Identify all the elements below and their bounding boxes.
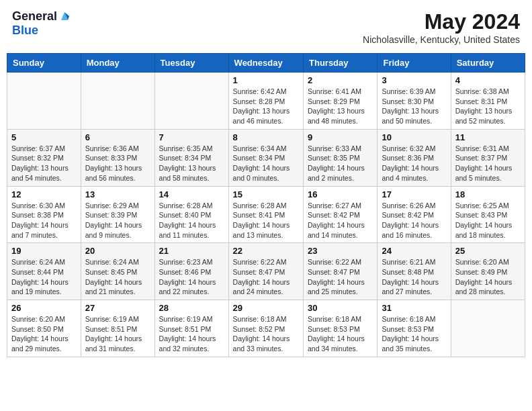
calendar-week-row: 1Sunrise: 6:42 AM Sunset: 8:28 PM Daylig… <box>7 73 525 130</box>
calendar-cell: 30Sunrise: 6:18 AM Sunset: 8:53 PM Dayli… <box>304 300 378 357</box>
calendar-cell: 9Sunrise: 6:33 AM Sunset: 8:35 PM Daylig… <box>304 129 378 186</box>
logo: General Blue <box>12 9 71 37</box>
calendar-cell: 23Sunrise: 6:22 AM Sunset: 8:47 PM Dayli… <box>304 243 378 300</box>
day-number: 17 <box>382 189 446 199</box>
calendar-cell <box>154 73 228 130</box>
calendar-cell: 15Sunrise: 6:28 AM Sunset: 8:41 PM Dayli… <box>228 186 303 243</box>
day-number: 10 <box>382 132 446 142</box>
day-number: 7 <box>159 132 224 142</box>
column-header-sunday: Sunday <box>7 54 81 73</box>
day-info: Sunrise: 6:39 AM Sunset: 8:30 PM Dayligh… <box>382 87 446 126</box>
day-number: 30 <box>308 303 373 313</box>
day-number: 6 <box>85 132 150 142</box>
day-number: 27 <box>85 303 150 313</box>
day-number: 21 <box>159 246 224 256</box>
calendar-cell: 17Sunrise: 6:26 AM Sunset: 8:42 PM Dayli… <box>378 186 451 243</box>
calendar-cell: 6Sunrise: 6:36 AM Sunset: 8:33 PM Daylig… <box>81 129 154 186</box>
day-info: Sunrise: 6:31 AM Sunset: 8:37 PM Dayligh… <box>455 144 521 183</box>
day-info: Sunrise: 6:19 AM Sunset: 8:51 PM Dayligh… <box>85 314 150 354</box>
calendar-week-row: 12Sunrise: 6:30 AM Sunset: 8:38 PM Dayli… <box>7 186 525 243</box>
day-number: 24 <box>382 246 446 256</box>
calendar-cell: 19Sunrise: 6:24 AM Sunset: 8:44 PM Dayli… <box>7 243 81 300</box>
day-number: 16 <box>308 189 373 199</box>
day-number: 14 <box>159 189 224 199</box>
day-number: 20 <box>85 246 150 256</box>
day-number: 12 <box>11 189 77 199</box>
calendar-cell: 21Sunrise: 6:23 AM Sunset: 8:46 PM Dayli… <box>154 243 228 300</box>
calendar-cell: 1Sunrise: 6:42 AM Sunset: 8:28 PM Daylig… <box>228 73 303 130</box>
title-section: May 2024 Nicholasville, Kentucky, United… <box>363 9 520 45</box>
calendar-cell: 26Sunrise: 6:20 AM Sunset: 8:50 PM Dayli… <box>7 300 81 357</box>
calendar-cell <box>7 73 81 130</box>
day-info: Sunrise: 6:27 AM Sunset: 8:42 PM Dayligh… <box>308 201 373 240</box>
calendar-cell: 3Sunrise: 6:39 AM Sunset: 8:30 PM Daylig… <box>378 73 451 130</box>
column-header-saturday: Saturday <box>451 54 525 73</box>
day-info: Sunrise: 6:41 AM Sunset: 8:29 PM Dayligh… <box>308 87 373 126</box>
calendar-cell: 14Sunrise: 6:28 AM Sunset: 8:40 PM Dayli… <box>154 186 228 243</box>
day-info: Sunrise: 6:28 AM Sunset: 8:41 PM Dayligh… <box>233 201 299 240</box>
day-info: Sunrise: 6:18 AM Sunset: 8:53 PM Dayligh… <box>308 314 373 354</box>
day-number: 11 <box>455 132 521 142</box>
day-number: 2 <box>308 75 373 85</box>
day-number: 5 <box>11 132 77 142</box>
day-number: 15 <box>233 189 299 199</box>
day-info: Sunrise: 6:26 AM Sunset: 8:42 PM Dayligh… <box>382 201 446 240</box>
calendar-cell <box>451 300 525 357</box>
day-number: 3 <box>382 75 446 85</box>
calendar-cell: 27Sunrise: 6:19 AM Sunset: 8:51 PM Dayli… <box>81 300 154 357</box>
calendar-week-row: 19Sunrise: 6:24 AM Sunset: 8:44 PM Dayli… <box>7 243 525 300</box>
day-info: Sunrise: 6:18 AM Sunset: 8:53 PM Dayligh… <box>382 314 446 354</box>
day-number: 19 <box>11 246 77 256</box>
calendar-cell: 2Sunrise: 6:41 AM Sunset: 8:29 PM Daylig… <box>304 73 378 130</box>
column-header-monday: Monday <box>81 54 154 73</box>
calendar-cell: 5Sunrise: 6:37 AM Sunset: 8:32 PM Daylig… <box>7 129 81 186</box>
day-info: Sunrise: 6:30 AM Sunset: 8:38 PM Dayligh… <box>11 201 77 240</box>
calendar-cell: 8Sunrise: 6:34 AM Sunset: 8:34 PM Daylig… <box>228 129 303 186</box>
calendar-cell: 28Sunrise: 6:19 AM Sunset: 8:51 PM Dayli… <box>154 300 228 357</box>
calendar-cell: 31Sunrise: 6:18 AM Sunset: 8:53 PM Dayli… <box>378 300 451 357</box>
calendar-cell: 22Sunrise: 6:22 AM Sunset: 8:47 PM Dayli… <box>228 243 303 300</box>
calendar-cell: 20Sunrise: 6:24 AM Sunset: 8:45 PM Dayli… <box>81 243 154 300</box>
day-info: Sunrise: 6:19 AM Sunset: 8:51 PM Dayligh… <box>159 314 224 354</box>
day-number: 18 <box>455 189 521 199</box>
day-info: Sunrise: 6:20 AM Sunset: 8:50 PM Dayligh… <box>11 314 77 354</box>
day-info: Sunrise: 6:23 AM Sunset: 8:46 PM Dayligh… <box>159 257 224 297</box>
day-info: Sunrise: 6:34 AM Sunset: 8:34 PM Dayligh… <box>233 144 299 183</box>
calendar-cell: 11Sunrise: 6:31 AM Sunset: 8:37 PM Dayli… <box>451 129 525 186</box>
day-number: 31 <box>382 303 446 313</box>
calendar-cell: 12Sunrise: 6:30 AM Sunset: 8:38 PM Dayli… <box>7 186 81 243</box>
day-info: Sunrise: 6:20 AM Sunset: 8:49 PM Dayligh… <box>455 257 521 297</box>
day-number: 13 <box>85 189 150 199</box>
logo-general-text: General <box>12 9 57 24</box>
month-year-title: May 2024 <box>363 9 520 34</box>
day-number: 9 <box>308 132 373 142</box>
day-number: 28 <box>159 303 224 313</box>
calendar-cell: 18Sunrise: 6:25 AM Sunset: 8:43 PM Dayli… <box>451 186 525 243</box>
day-info: Sunrise: 6:37 AM Sunset: 8:32 PM Dayligh… <box>11 144 77 183</box>
day-number: 23 <box>308 246 373 256</box>
day-info: Sunrise: 6:38 AM Sunset: 8:31 PM Dayligh… <box>455 87 521 126</box>
day-number: 22 <box>233 246 299 256</box>
location-subtitle: Nicholasville, Kentucky, United States <box>363 34 520 45</box>
day-number: 25 <box>455 246 521 256</box>
day-info: Sunrise: 6:18 AM Sunset: 8:52 PM Dayligh… <box>233 314 299 354</box>
calendar-cell: 13Sunrise: 6:29 AM Sunset: 8:39 PM Dayli… <box>81 186 154 243</box>
day-number: 29 <box>233 303 299 313</box>
calendar-cell: 10Sunrise: 6:32 AM Sunset: 8:36 PM Dayli… <box>378 129 451 186</box>
column-header-tuesday: Tuesday <box>154 54 228 73</box>
calendar-cell: 4Sunrise: 6:38 AM Sunset: 8:31 PM Daylig… <box>451 73 525 130</box>
page-header: General Blue May 2024 Nicholasville, Ken… <box>7 7 525 48</box>
day-info: Sunrise: 6:29 AM Sunset: 8:39 PM Dayligh… <box>85 201 150 240</box>
calendar-cell: 24Sunrise: 6:21 AM Sunset: 8:48 PM Dayli… <box>378 243 451 300</box>
day-info: Sunrise: 6:25 AM Sunset: 8:43 PM Dayligh… <box>455 201 521 240</box>
day-info: Sunrise: 6:42 AM Sunset: 8:28 PM Dayligh… <box>233 87 299 126</box>
day-info: Sunrise: 6:21 AM Sunset: 8:48 PM Dayligh… <box>382 257 446 297</box>
day-info: Sunrise: 6:33 AM Sunset: 8:35 PM Dayligh… <box>308 144 373 183</box>
day-info: Sunrise: 6:28 AM Sunset: 8:40 PM Dayligh… <box>159 201 224 240</box>
column-header-wednesday: Wednesday <box>228 54 303 73</box>
calendar-week-row: 5Sunrise: 6:37 AM Sunset: 8:32 PM Daylig… <box>7 129 525 186</box>
day-info: Sunrise: 6:24 AM Sunset: 8:45 PM Dayligh… <box>85 257 150 297</box>
day-info: Sunrise: 6:24 AM Sunset: 8:44 PM Dayligh… <box>11 257 77 297</box>
day-number: 26 <box>11 303 77 313</box>
calendar-table: SundayMondayTuesdayWednesdayThursdayFrid… <box>7 53 525 357</box>
